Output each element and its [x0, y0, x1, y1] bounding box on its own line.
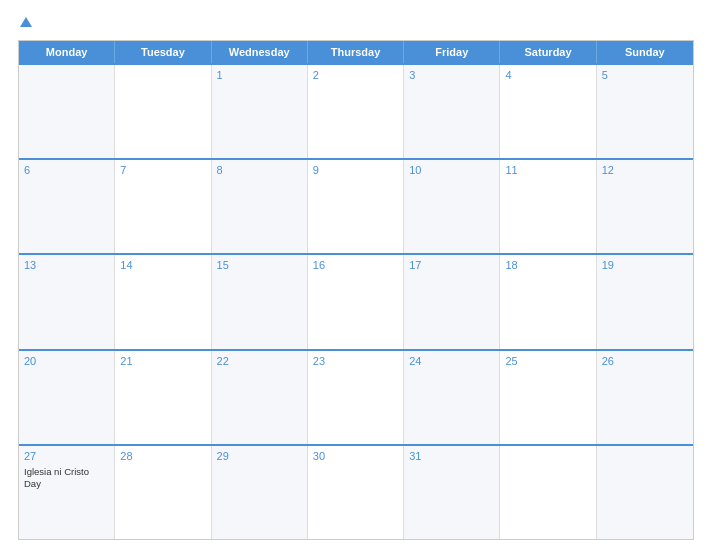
- cal-cell-w1-d2: [115, 65, 211, 158]
- cal-cell-w4-d2: 21: [115, 351, 211, 444]
- col-friday: Friday: [404, 41, 500, 63]
- day-number: 4: [505, 69, 590, 81]
- col-thursday: Thursday: [308, 41, 404, 63]
- col-wednesday: Wednesday: [212, 41, 308, 63]
- day-number: 29: [217, 450, 302, 462]
- day-number: 25: [505, 355, 590, 367]
- day-number: 6: [24, 164, 109, 176]
- cal-cell-w5-d6: [500, 446, 596, 539]
- day-number: 1: [217, 69, 302, 81]
- day-number: 3: [409, 69, 494, 81]
- cal-cell-w3-d7: 19: [597, 255, 693, 348]
- cal-cell-w3-d3: 15: [212, 255, 308, 348]
- week-row-4: 20212223242526: [19, 349, 693, 444]
- day-number: 19: [602, 259, 688, 271]
- day-number: 7: [120, 164, 205, 176]
- day-number: 22: [217, 355, 302, 367]
- col-sunday: Sunday: [597, 41, 693, 63]
- day-number: 11: [505, 164, 590, 176]
- cal-cell-w3-d5: 17: [404, 255, 500, 348]
- day-number: 14: [120, 259, 205, 271]
- day-number: 26: [602, 355, 688, 367]
- cal-cell-w2-d4: 9: [308, 160, 404, 253]
- cal-cell-w4-d4: 23: [308, 351, 404, 444]
- header: [18, 18, 694, 28]
- week-row-5: 27Iglesia ni Cristo Day28293031: [19, 444, 693, 539]
- day-number: 24: [409, 355, 494, 367]
- cal-cell-w5-d7: [597, 446, 693, 539]
- calendar-header: Monday Tuesday Wednesday Thursday Friday…: [19, 41, 693, 63]
- day-number: 9: [313, 164, 398, 176]
- cal-cell-w3-d2: 14: [115, 255, 211, 348]
- cal-cell-w3-d6: 18: [500, 255, 596, 348]
- day-number: 21: [120, 355, 205, 367]
- day-number: 20: [24, 355, 109, 367]
- week-row-3: 13141516171819: [19, 253, 693, 348]
- day-number: 12: [602, 164, 688, 176]
- cal-cell-w1-d5: 3: [404, 65, 500, 158]
- cal-cell-w4-d3: 22: [212, 351, 308, 444]
- day-number: 8: [217, 164, 302, 176]
- day-number: 10: [409, 164, 494, 176]
- day-number: 5: [602, 69, 688, 81]
- cal-cell-w2-d6: 11: [500, 160, 596, 253]
- cal-cell-w3-d1: 13: [19, 255, 115, 348]
- col-monday: Monday: [19, 41, 115, 63]
- day-number: 27: [24, 450, 109, 462]
- cal-cell-w2-d5: 10: [404, 160, 500, 253]
- cal-cell-w2-d7: 12: [597, 160, 693, 253]
- page: Monday Tuesday Wednesday Thursday Friday…: [0, 0, 712, 550]
- week-row-2: 6789101112: [19, 158, 693, 253]
- day-number: 31: [409, 450, 494, 462]
- cal-cell-w3-d4: 16: [308, 255, 404, 348]
- day-number: 13: [24, 259, 109, 271]
- cal-cell-w5-d2: 28: [115, 446, 211, 539]
- day-number: 28: [120, 450, 205, 462]
- cal-cell-w5-d5: 31: [404, 446, 500, 539]
- day-number: 23: [313, 355, 398, 367]
- calendar-body: 1234567891011121314151617181920212223242…: [19, 63, 693, 539]
- logo-triangle-icon: [20, 17, 32, 27]
- week-row-1: 12345: [19, 63, 693, 158]
- calendar: Monday Tuesday Wednesday Thursday Friday…: [18, 40, 694, 540]
- cal-cell-w4-d1: 20: [19, 351, 115, 444]
- cal-cell-w1-d4: 2: [308, 65, 404, 158]
- cal-cell-w1-d1: [19, 65, 115, 158]
- day-number: 15: [217, 259, 302, 271]
- cal-cell-w4-d6: 25: [500, 351, 596, 444]
- day-number: 18: [505, 259, 590, 271]
- day-number: 16: [313, 259, 398, 271]
- day-number: 30: [313, 450, 398, 462]
- cal-cell-w2-d3: 8: [212, 160, 308, 253]
- cal-cell-w4-d7: 26: [597, 351, 693, 444]
- col-tuesday: Tuesday: [115, 41, 211, 63]
- cal-cell-w5-d4: 30: [308, 446, 404, 539]
- day-number: 2: [313, 69, 398, 81]
- cal-cell-w4-d5: 24: [404, 351, 500, 444]
- day-number: 17: [409, 259, 494, 271]
- cal-cell-w1-d6: 4: [500, 65, 596, 158]
- cal-cell-w2-d2: 7: [115, 160, 211, 253]
- cal-cell-w2-d1: 6: [19, 160, 115, 253]
- day-event: Iglesia ni Cristo Day: [24, 466, 109, 491]
- cal-cell-w5-d1: 27Iglesia ni Cristo Day: [19, 446, 115, 539]
- cal-cell-w1-d3: 1: [212, 65, 308, 158]
- cal-cell-w5-d3: 29: [212, 446, 308, 539]
- logo: [18, 18, 32, 28]
- cal-cell-w1-d7: 5: [597, 65, 693, 158]
- col-saturday: Saturday: [500, 41, 596, 63]
